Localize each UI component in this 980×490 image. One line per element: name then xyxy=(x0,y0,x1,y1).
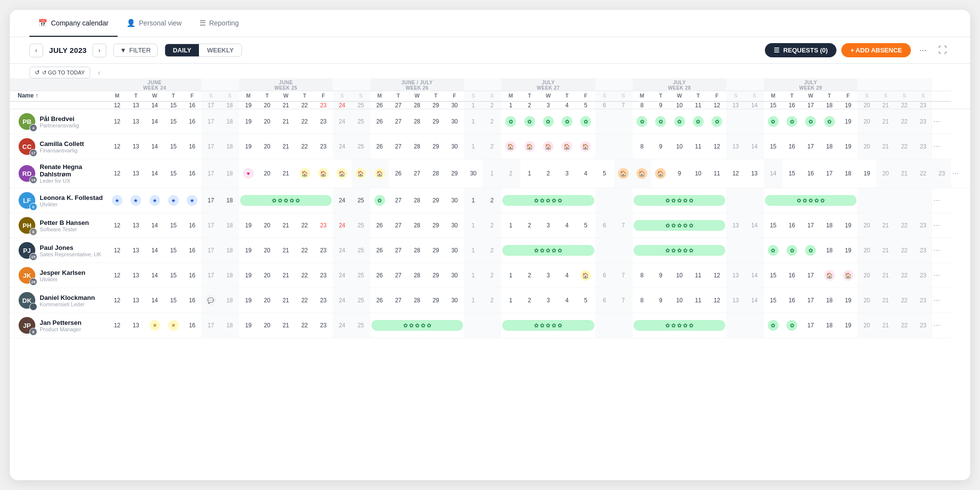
jan-green-bar-w26[interactable]: ✿ ✿ ✿ ✿ ✿ xyxy=(371,320,463,331)
leonora-green-bar-w29[interactable]: ✿ ✿ ✿ ✿ ✿ xyxy=(765,195,857,206)
d-f5: F xyxy=(708,91,726,102)
leonora-blue5[interactable]: ★ xyxy=(187,195,197,206)
d-s9: S xyxy=(726,91,745,102)
pal-absence-w29-3[interactable]: ✿ xyxy=(805,116,816,127)
daily-view-button[interactable]: DAILY xyxy=(165,44,199,56)
pal-absence-w29-2[interactable]: ✿ xyxy=(786,116,797,127)
camilla-absence-w27-3[interactable]: 🏠 xyxy=(543,141,554,152)
d-m4: M xyxy=(501,91,520,102)
jan-yellow1[interactable]: ☀ xyxy=(149,320,160,331)
daniel-chat[interactable]: 💬 xyxy=(205,295,216,306)
jesper-menu[interactable]: ··· xyxy=(932,263,951,288)
person-row-jan: JP 8 Jan Pettersen Product Manager 1213 … xyxy=(10,313,970,338)
renate-house4[interactable]: 🏠 xyxy=(355,168,366,179)
scroll-left-button[interactable]: ‹ xyxy=(95,68,103,77)
jan-menu[interactable]: ··· xyxy=(932,313,951,338)
fullscreen-button[interactable]: ⛶ xyxy=(935,43,951,57)
paul-w29-2[interactable]: ✿ xyxy=(786,245,797,256)
renate-house1[interactable]: 🏠 xyxy=(299,168,310,179)
renate-house2[interactable]: 🏠 xyxy=(318,168,329,179)
camilla-absence-w27-2[interactable]: 🏠 xyxy=(524,141,535,152)
week27-label: JULYWEEK 27 xyxy=(501,78,595,91)
right-actions: ☰ REQUESTS (0) + ADD ABSENCE ··· ⛶ xyxy=(765,43,951,57)
pal-menu[interactable]: ··· xyxy=(932,109,951,134)
petter-menu[interactable]: ··· xyxy=(932,213,951,238)
leonora-green-bar-w25[interactable]: ✿ ✿ ✿ ✿ ✿ xyxy=(240,195,332,206)
add-absence-button[interactable]: + ADD ABSENCE xyxy=(841,43,911,57)
pal-absence-w28-2[interactable]: ✿ xyxy=(655,116,666,127)
leonora-menu[interactable]: ··· xyxy=(932,188,951,213)
renate-house3[interactable]: 🏠 xyxy=(337,168,347,179)
prev-month-button[interactable]: ‹ xyxy=(29,44,43,57)
tab-personal-view[interactable]: 👤 Personal view xyxy=(118,10,191,37)
jan-w29-2[interactable]: ✿ xyxy=(786,320,797,331)
next-month-button[interactable]: › xyxy=(93,44,106,57)
pal-absence-w27-3[interactable]: ✿ xyxy=(543,116,554,127)
jan-green-bar-w27[interactable]: ✿ ✿ ✿ ✿ ✿ xyxy=(502,320,594,331)
tab-reporting[interactable]: ☰ Reporting xyxy=(191,10,248,37)
paul-w29-3[interactable]: ✿ xyxy=(805,245,816,256)
renate-heart[interactable]: ♥ xyxy=(243,168,254,179)
d-w5: W xyxy=(670,91,689,102)
leonora-blue4[interactable]: ★ xyxy=(168,195,179,206)
pal-w29-5: 19 xyxy=(839,109,858,134)
more-options-button[interactable]: ··· xyxy=(916,43,930,57)
date-5: 5 xyxy=(576,101,595,109)
leonora-green-w26-1[interactable]: ✿ xyxy=(374,195,385,206)
renate-house5[interactable]: 🏠 xyxy=(374,168,385,179)
paul-menu[interactable]: ··· xyxy=(932,238,951,263)
pal-absence-w27-2[interactable]: ✿ xyxy=(524,116,535,127)
date-14: 14 xyxy=(146,101,164,109)
renate-orange3[interactable]: 🏠 xyxy=(655,168,666,179)
daniel-menu[interactable]: ··· xyxy=(932,288,951,313)
pal-w26-2: 27 xyxy=(389,109,408,134)
camilla-absence-w27-5[interactable]: 🏠 xyxy=(580,141,591,152)
tab-company-calendar[interactable]: 📅 Company calendar xyxy=(29,10,118,37)
jesper-pink2[interactable]: 🏠 xyxy=(843,270,854,281)
renate-orange2[interactable]: 🏠 xyxy=(637,168,647,179)
month-label: JULY 2023 xyxy=(46,46,90,54)
leonora-blue2[interactable]: ★ xyxy=(130,195,141,206)
pal-absence-w29-4[interactable]: ✿ xyxy=(824,116,835,127)
pal-absence-w27-5[interactable]: ✿ xyxy=(580,116,591,127)
camilla-absence-w27-4[interactable]: 🏠 xyxy=(562,141,572,152)
person-row-daniel: DK Daniel Klockmann Kommersiell Leder 12… xyxy=(10,288,970,313)
go-today-button[interactable]: ↺ ↺ GO TO TODAY xyxy=(29,67,90,78)
pal-absence-w27-1[interactable]: ✿ xyxy=(505,116,516,127)
pal-absence-w28-3[interactable]: ✿ xyxy=(674,116,685,127)
paul-w29-1[interactable]: ✿ xyxy=(768,245,779,256)
d-s12: S xyxy=(876,91,895,102)
pal-w27-4: ✿ xyxy=(558,109,576,134)
jan-green-bar-w28[interactable]: ✿ ✿ ✿ ✿ ✿ xyxy=(634,320,725,331)
pal-w26-7: 2 xyxy=(483,109,501,134)
leonora-green-bar-w28[interactable]: ✿ ✿ ✿ ✿ ✿ xyxy=(634,195,725,206)
jesper-house-w27-5[interactable]: 🏠 xyxy=(580,270,591,281)
jesper-pink1[interactable]: 🏠 xyxy=(824,270,835,281)
leonora-blue3[interactable]: ★ xyxy=(149,195,160,206)
paul-green-bar-w28[interactable]: ✿ ✿ ✿ ✿ ✿ xyxy=(634,245,725,256)
d-f4: F xyxy=(576,91,595,102)
requests-button[interactable]: ☰ REQUESTS (0) xyxy=(765,43,836,57)
renate-orange1[interactable]: 🏠 xyxy=(618,168,629,179)
jan-yellow2[interactable]: ☀ xyxy=(168,320,179,331)
camilla-menu[interactable]: ··· xyxy=(932,134,951,159)
pal-w28-2: ✿ xyxy=(651,109,670,134)
renate-menu[interactable]: ··· xyxy=(951,159,970,188)
date-2a: 2 xyxy=(483,101,501,109)
camilla-absence-w27-1[interactable]: 🏠 xyxy=(505,141,516,152)
pal-absence-w28-4[interactable]: ✿ xyxy=(693,116,704,127)
pal-absence-w28-1[interactable]: ✿ xyxy=(637,116,647,127)
pal-absence-w27-4[interactable]: ✿ xyxy=(562,116,572,127)
pal-absence-w29-1[interactable]: ✿ xyxy=(768,116,779,127)
paul-green-bar-w27[interactable]: ✿ ✿ ✿ ✿ ✿ xyxy=(502,245,594,256)
leonora-green-bar-w27[interactable]: ✿ ✿ ✿ ✿ ✿ xyxy=(502,195,594,206)
jan-w29-1[interactable]: ✿ xyxy=(768,320,779,331)
petter-green-bar-w28[interactable]: ✿ ✿ ✿ ✿ ✿ xyxy=(634,220,725,231)
person-cell-jesper: JK 28 Jesper Karlsen Utvikler xyxy=(10,263,108,288)
filter-button[interactable]: ▼ FILTER xyxy=(113,44,158,57)
weekly-view-button[interactable]: WEEKLY xyxy=(199,44,241,56)
pal-absence-w28-5[interactable]: ✿ xyxy=(711,116,722,127)
pal-w28-3: ✿ xyxy=(670,109,689,134)
leonora-blue1[interactable]: ★ xyxy=(112,195,122,206)
spacer xyxy=(932,78,951,91)
